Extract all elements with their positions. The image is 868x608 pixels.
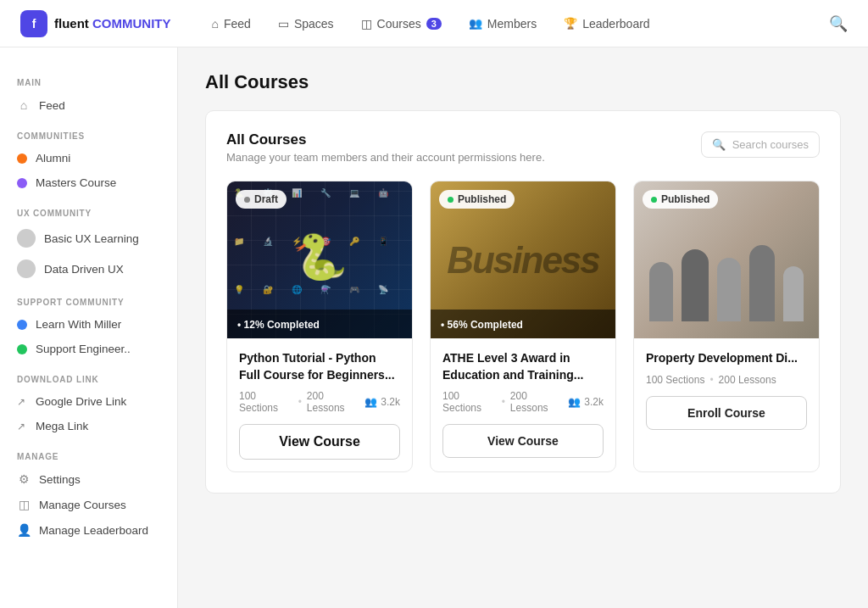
courses-panel-title: All Courses [226,131,545,148]
meta-sep: • [709,374,713,386]
sidebar-item-feed[interactable]: ⌂ Feed [0,92,177,118]
enroll-course-button-property[interactable]: Enroll Course [646,396,807,430]
sidebar-item-alumni[interactable]: Alumni [0,146,177,170]
course-card-property: Published Property Development Di... 100… [633,181,820,472]
settings-icon: ⚙ [17,472,31,486]
sidebar-item-basic-ux[interactable]: Basic UX Learning [0,223,177,254]
spaces-icon: ▭ [278,17,289,31]
search-placeholder: Search courses [732,138,809,151]
nav-spaces[interactable]: ▭ Spaces [278,17,334,31]
courses-panel-subtitle: Manage your team members and their accou… [226,151,545,164]
students-icon: 👥 [568,396,581,408]
sidebar-item-manage-courses[interactable]: ◫ Manage Courses [0,492,177,517]
sidebar-item-manage-leaderboard[interactable]: 👤 Manage Leaderboard [0,517,177,543]
nav-feed[interactable]: ⌂ Feed [212,17,251,31]
nav-courses[interactable]: ◫ Courses 3 [361,17,442,31]
status-dot [244,197,250,203]
person-silhouette [749,245,775,321]
person-silhouette [649,262,673,321]
course-card-body-python: Python Tutorial - Python Full Course for… [227,338,412,414]
courses-icon: ◫ [361,17,372,31]
course-card-btn-wrap-property: Enroll Course [634,396,819,442]
person-silhouette [717,258,741,321]
nav-links: ⌂ Feed ▭ Spaces ◫ Courses 3 👥 Members 🏆 … [212,17,830,31]
app-name: fluent COMMUNITY [54,16,171,31]
view-course-button-python[interactable]: View Course [239,424,400,460]
status-dot [448,197,453,203]
sidebar-item-data-driven[interactable]: Data Driven UX [0,254,177,284]
course-status-published: Published [439,190,515,209]
arrow-icon: ↗ [17,396,25,408]
course-card-btn-wrap-python: View Course [227,424,412,471]
course-status-draft: Draft [236,190,287,209]
course-card-title: Python Tutorial - Python Full Course for… [239,350,400,383]
home-icon: ⌂ [17,98,31,112]
sidebar-main-label: MAIN [0,64,177,92]
arrow-icon: ↗ [17,421,25,432]
sidebar-item-support-eng[interactable]: Support Engineer.. [0,337,177,361]
members-icon: 👥 [469,17,482,30]
page-title: All Courses [205,71,841,93]
course-card-meta-athe: 100 Sections • 200 Lessons 👥 3.2k [442,390,604,414]
course-progress-label: 12% Completed [237,319,320,331]
sidebar-item-learn-miller[interactable]: Learn With Miller [0,312,177,337]
sidebar-communities-label: COMMUNITIES [0,118,177,146]
data-driven-avatar [17,259,36,278]
top-navigation: f fluent COMMUNITY ⌂ Feed ▭ Spaces ◫ Cou… [0,0,868,47]
support-eng-dot [17,344,27,354]
course-card-body-property: Property Development Di... 100 Sections … [634,338,819,386]
manage-leaderboard-icon: 👤 [17,523,31,537]
view-course-button-athe[interactable]: View Course [442,424,604,458]
alumni-dot [17,153,27,164]
course-card-title-athe: ATHE Level 3 Award in Education and Trai… [442,350,604,383]
course-card-athe: Business Published 56% Completed ATHE Le… [430,181,616,472]
students-icon: 👥 [364,396,377,408]
course-card-image-python: 🐍⚙️📊🔧💻🤖 📁🔬⚡🎯🔑📱 💡🔐🌐⚗️🎮📡 🐍 Draft [227,181,412,338]
sidebar-manage-label: MANAGE [0,438,177,466]
courses-panel: All Courses Manage your team members and… [205,110,841,494]
main-layout: MAIN ⌂ Feed COMMUNITIES Alumni Masters C… [0,47,868,608]
nav-members[interactable]: 👥 Members [469,17,537,31]
course-card-python: 🐍⚙️📊🔧💻🤖 📁🔬⚡🎯🔑📱 💡🔐🌐⚗️🎮📡 🐍 Draft [226,181,413,472]
meta-sep: • [298,396,302,408]
business-word: Business [447,239,599,282]
courses-badge: 3 [426,18,442,30]
courses-search-box[interactable]: 🔍 Search courses [701,131,820,158]
course-card-title-property: Property Development Di... [646,350,807,367]
course-card-image-athe: Business Published 56% Completed [431,181,615,338]
manage-courses-icon: ◫ [17,498,31,511]
course-card-meta-property: 100 Sections • 200 Lessons [646,374,807,386]
sidebar-download-label: DOWNLOAD LINK [0,361,177,389]
courses-panel-info: All Courses Manage your team members and… [226,131,545,164]
sidebar-support-label: SUPPORT COMMUNITY [0,284,177,312]
search-icon: 🔍 [829,15,848,32]
main-content: All Courses All Courses Manage your team… [178,47,868,608]
course-status-published-property: Published [643,190,718,209]
person-silhouette [783,266,804,321]
nav-search-button[interactable]: 🔍 [829,14,848,33]
courses-panel-header: All Courses Manage your team members and… [226,131,820,164]
basic-ux-avatar [17,229,36,248]
students-meta: 👥 3.2k [364,396,400,408]
sidebar-ux-label: UX COMMUNITY [0,195,177,223]
course-progress-label-athe: 56% Completed [441,319,523,331]
sidebar-item-gdrive[interactable]: ↗ Google Drive Link [0,389,177,414]
course-progress-wrap-athe: 56% Completed [431,310,615,338]
course-card-body-athe: ATHE Level 3 Award in Education and Trai… [431,338,615,414]
courses-grid: 🐍⚙️📊🔧💻🤖 📁🔬⚡🎯🔑📱 💡🔐🌐⚗️🎮📡 🐍 Draft [226,181,820,472]
sidebar-item-settings[interactable]: ⚙ Settings [0,466,177,492]
sidebar-item-masters-course[interactable]: Masters Course [0,170,177,195]
course-card-meta: 100 Sections • 200 Lessons 👥 3.2k [239,390,400,414]
search-icon: 🔍 [712,138,726,151]
course-card-image-property: Published [634,181,819,338]
home-icon: ⌂ [212,17,219,31]
sidebar: MAIN ⌂ Feed COMMUNITIES Alumni Masters C… [0,47,178,608]
nav-leaderboard[interactable]: 🏆 Leaderboard [564,17,649,31]
students-meta: 👥 3.2k [568,396,604,408]
course-card-btn-wrap-athe: View Course [431,424,615,470]
course-progress-wrap: 12% Completed [227,310,412,338]
sidebar-item-mega[interactable]: ↗ Mega Link [0,414,177,438]
person-silhouette [682,249,709,321]
app-logo[interactable]: f fluent COMMUNITY [20,10,171,37]
logo-icon: f [20,10,47,37]
